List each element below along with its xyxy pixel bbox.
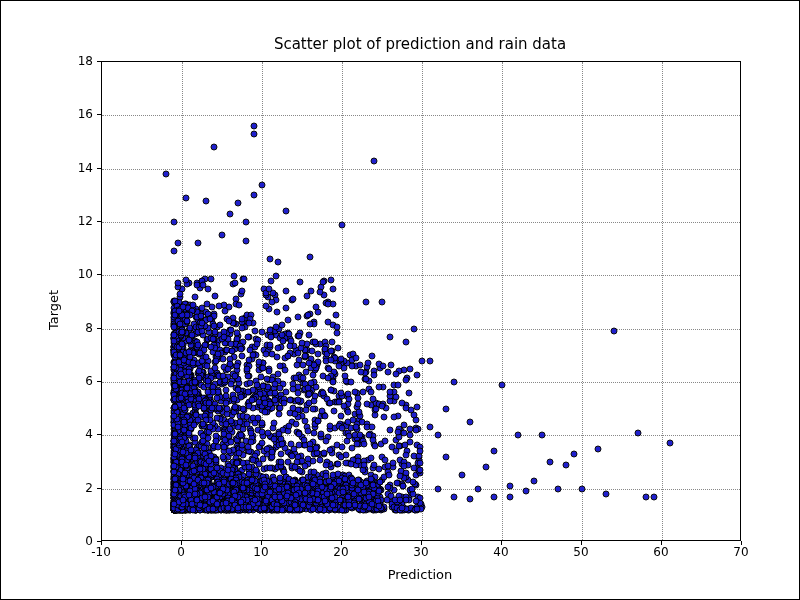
data-point	[245, 444, 252, 451]
data-point	[196, 367, 203, 374]
y-tick-label: 4	[85, 427, 93, 441]
data-point	[394, 480, 401, 487]
data-point	[318, 408, 325, 415]
data-point	[192, 378, 199, 385]
data-point	[392, 393, 399, 400]
data-point	[274, 309, 281, 316]
data-point	[228, 348, 235, 355]
data-point	[193, 496, 200, 503]
data-point	[322, 438, 329, 445]
data-point	[419, 357, 426, 364]
data-point	[237, 346, 244, 353]
data-point	[579, 485, 586, 492]
data-point	[347, 378, 354, 385]
data-point	[368, 424, 375, 431]
data-point	[243, 237, 250, 244]
data-point	[302, 463, 309, 470]
data-point	[197, 466, 204, 473]
data-point	[571, 451, 578, 458]
data-point	[311, 392, 318, 399]
x-tick-label: 10	[253, 545, 268, 559]
data-point	[375, 466, 382, 473]
data-point	[301, 436, 308, 443]
plot-axes	[101, 61, 741, 541]
data-point	[515, 432, 522, 439]
y-tick-label: 16	[78, 107, 93, 121]
data-point	[327, 348, 334, 355]
data-point	[234, 386, 241, 393]
data-point	[330, 502, 337, 509]
data-point	[305, 427, 312, 434]
data-point	[230, 272, 237, 279]
data-point	[259, 328, 266, 335]
data-point	[183, 318, 190, 325]
data-point	[380, 413, 387, 420]
data-point	[278, 450, 285, 457]
y-tick-label: 10	[78, 267, 93, 281]
data-point	[305, 331, 312, 338]
data-point	[417, 467, 424, 474]
data-point	[363, 299, 370, 306]
data-point	[328, 357, 335, 364]
data-point	[252, 496, 259, 503]
data-point	[399, 505, 406, 512]
x-tick-label: 70	[733, 545, 748, 559]
data-point	[326, 422, 333, 429]
data-point	[345, 432, 352, 439]
data-point	[443, 453, 450, 460]
x-tick-label: 30	[413, 545, 428, 559]
data-point	[186, 369, 193, 376]
data-point	[360, 461, 367, 468]
data-point	[295, 314, 302, 321]
data-point	[263, 351, 270, 358]
data-point	[213, 358, 220, 365]
data-point	[375, 503, 382, 510]
data-point	[238, 394, 245, 401]
data-point	[651, 493, 658, 500]
data-point	[192, 435, 199, 442]
data-point	[401, 462, 408, 469]
data-point	[342, 476, 349, 483]
data-point	[319, 279, 326, 286]
data-point	[203, 301, 210, 308]
data-point	[223, 499, 230, 506]
data-point	[245, 319, 252, 326]
data-point	[285, 353, 292, 360]
tick-mark	[97, 541, 101, 542]
data-point	[309, 405, 316, 412]
data-point	[190, 422, 197, 429]
data-point	[360, 441, 367, 448]
data-point	[290, 405, 297, 412]
data-point	[325, 319, 332, 326]
data-point	[386, 389, 393, 396]
tick-mark	[97, 61, 101, 62]
data-point	[296, 333, 303, 340]
data-point	[323, 461, 330, 468]
data-point	[171, 431, 178, 438]
data-point	[406, 389, 413, 396]
plot-area	[102, 62, 740, 540]
data-point	[249, 351, 256, 358]
data-point	[183, 195, 190, 202]
data-point	[369, 352, 376, 359]
data-point	[177, 395, 184, 402]
data-point	[295, 350, 302, 357]
data-point	[309, 372, 316, 379]
data-point	[189, 360, 196, 367]
data-point	[333, 329, 340, 336]
data-point	[491, 448, 498, 455]
data-point	[171, 363, 178, 370]
data-point	[403, 339, 410, 346]
data-point	[228, 380, 235, 387]
data-point	[414, 372, 421, 379]
data-point	[212, 292, 219, 299]
data-point	[329, 338, 336, 345]
data-point	[475, 485, 482, 492]
data-point	[254, 381, 261, 388]
data-point	[171, 297, 178, 304]
data-point	[326, 399, 333, 406]
data-point	[191, 293, 198, 300]
data-point	[278, 459, 285, 466]
data-point	[327, 483, 334, 490]
data-point	[338, 453, 345, 460]
